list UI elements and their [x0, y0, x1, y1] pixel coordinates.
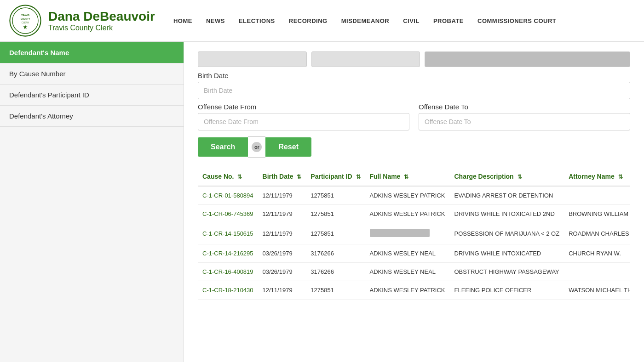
offense-to-label: Offense Date To [419, 103, 630, 111]
sidebar-item-defendants-name[interactable]: Defendant's Name [0, 42, 184, 63]
nav-news[interactable]: NEWS [206, 17, 225, 24]
nav-home[interactable]: HOME [173, 17, 192, 24]
birth-date-input[interactable] [198, 82, 630, 99]
results-table-wrapper: Cause No. ⇅ Birth Date ⇅ Participant ID … [198, 167, 630, 300]
cause-no-link[interactable]: C-1-CR-14-216295 [202, 250, 253, 257]
sidebar-item-cause-number[interactable]: By Cause Number [0, 63, 184, 85]
cell-participant-id: 3176266 [306, 244, 365, 263]
offense-date-row: Offense Date From Offense Date To [198, 103, 630, 130]
cell-birth-date: 12/11/1979 [258, 186, 306, 205]
cause-no-link[interactable]: C-1-CR-14-150615 [202, 230, 253, 237]
nav-misdemeanor[interactable]: MISDEMEANOR [341, 17, 389, 24]
top-input-3[interactable] [425, 51, 630, 67]
cell-attorney-name: BROWNING WILLIAM JACK [564, 205, 630, 223]
svg-text:CLERK: CLERK [22, 22, 29, 24]
offense-from-label: Offense Date From [198, 103, 409, 111]
table-row: C-1-CR-14-15061512/11/19791275851POSSESS… [198, 223, 630, 244]
cell-birth-date: 03/26/1979 [258, 244, 306, 263]
nav-recording[interactable]: RECORDING [289, 17, 328, 24]
reset-button[interactable]: Reset [265, 137, 311, 157]
cell-attorney-name: WATSON MICHAEL THOMAS [564, 281, 630, 300]
search-reset-row: Search or Reset [198, 136, 630, 158]
site-title: Dana DeBeauvoir Travis County Clerk [48, 9, 155, 32]
nav-elections[interactable]: ELECTIONS [239, 17, 275, 24]
results-table: Cause No. ⇅ Birth Date ⇅ Participant ID … [198, 167, 630, 300]
search-button[interactable]: Search [198, 137, 248, 157]
cell-birth-date: 03/26/1979 [258, 263, 306, 281]
nav-commissioners[interactable]: COMMISSIONERS COURT [477, 17, 556, 24]
cell-full-name [365, 223, 450, 244]
col-participant-id[interactable]: Participant ID ⇅ [306, 167, 365, 186]
cell-cause-no: C-1-CR-14-150615 [198, 223, 258, 244]
svg-point-0 [10, 5, 40, 36]
cell-participant-id: 1275851 [306, 223, 365, 244]
table-row: C-1-CR-14-21629503/26/19793176266ADKINS … [198, 244, 630, 263]
cell-cause-no: C-1-CR-14-216295 [198, 244, 258, 263]
redacted-bar [370, 229, 430, 237]
cell-attorney-name [564, 263, 630, 281]
sort-icon-charge: ⇅ [518, 174, 522, 180]
cell-charge-desc: POSSESSION OF MARIJUANA < 2 OZ [450, 223, 564, 244]
col-cause-no[interactable]: Cause No. ⇅ [198, 167, 258, 186]
cell-charge-desc: EVADING ARREST OR DETENTION [450, 186, 564, 205]
cause-no-link[interactable]: C-1-CR-16-400819 [202, 268, 253, 275]
offense-from-group: Offense Date From [198, 103, 409, 130]
sidebar-item-defendants-attorney[interactable]: Defendant's Attorney [0, 106, 184, 127]
cell-attorney-name: ROADMAN CHARLES HARVEY [564, 223, 630, 244]
page-header: TRAVIS COUNTY CLERK Dana DeBeauvoir Trav… [0, 0, 644, 42]
table-row: C-1-CR-06-74536912/11/19791275851ADKINS … [198, 205, 630, 223]
offense-from-input[interactable] [198, 113, 409, 130]
cause-no-link[interactable]: C-1-CR-06-745369 [202, 210, 253, 217]
cell-birth-date: 12/11/1979 [258, 205, 306, 223]
sort-icon-attorney: ⇅ [618, 174, 623, 180]
cell-charge-desc: DRIVING WHILE INTOXICATED [450, 244, 564, 263]
offense-to-group: Offense Date To [419, 103, 630, 130]
cause-no-link[interactable]: C-1-CR-18-210430 [202, 287, 253, 294]
sidebar-item-participant-id[interactable]: Defendant's Participant ID [0, 85, 184, 106]
site-name: Dana DeBeauvoir [48, 9, 155, 24]
or-separator: or [248, 136, 265, 158]
county-seal-icon: TRAVIS COUNTY CLERK [9, 5, 41, 37]
cell-cause-no: C-1-CR-01-580894 [198, 186, 258, 205]
offense-to-input[interactable] [419, 113, 630, 130]
nav-civil[interactable]: CIVIL [403, 17, 420, 24]
cause-no-link[interactable]: C-1-CR-01-580894 [202, 192, 253, 199]
sidebar: Defendant's Name By Cause Number Defenda… [0, 42, 184, 362]
svg-text:COUNTY: COUNTY [21, 18, 30, 20]
col-charge-desc[interactable]: Charge Description ⇅ [450, 167, 564, 186]
main-nav: HOME NEWS ELECTIONS RECORDING MISDEMEANO… [173, 17, 556, 24]
top-input-1[interactable] [198, 51, 307, 67]
cell-charge-desc: DRIVING WHILE INTOXICATED 2ND [450, 205, 564, 223]
nav-probate[interactable]: PROBATE [433, 17, 464, 24]
table-row: C-1-CR-16-40081903/26/19793176266ADKINS … [198, 263, 630, 281]
birth-date-label: Birth Date [198, 72, 630, 79]
col-full-name[interactable]: Full Name ⇅ [365, 167, 450, 186]
cell-birth-date: 12/11/1979 [258, 281, 306, 300]
table-row: C-1-CR-18-21043012/11/19791275851ADKINS … [198, 281, 630, 300]
cell-participant-id: 1275851 [306, 281, 365, 300]
cell-full-name: ADKINS WESLEY PATRICK [365, 281, 450, 300]
col-birth-date[interactable]: Birth Date ⇅ [258, 167, 306, 186]
cell-charge-desc: OBSTRUCT HIGHWAY PASSAGEWAY [450, 263, 564, 281]
cell-birth-date: 12/11/1979 [258, 223, 306, 244]
cell-full-name: ADKINS WESLEY PATRICK [365, 205, 450, 223]
cell-cause-no: C-1-CR-06-745369 [198, 205, 258, 223]
sort-icon-cause: ⇅ [237, 174, 242, 180]
table-body: C-1-CR-01-58089412/11/19791275851ADKINS … [198, 186, 630, 300]
cell-full-name: ADKINS WESLEY PATRICK [365, 186, 450, 205]
page-layout: Defendant's Name By Cause Number Defenda… [0, 42, 644, 362]
sort-icon-participant: ⇅ [356, 174, 361, 180]
cell-participant-id: 3176266 [306, 263, 365, 281]
cell-attorney-name: CHURCH RYAN W. [564, 244, 630, 263]
site-subtitle: Travis County Clerk [48, 24, 155, 32]
top-input-2[interactable] [311, 51, 420, 67]
cell-cause-no: C-1-CR-16-400819 [198, 263, 258, 281]
cell-full-name: ADKINS WESLEY NEAL [365, 244, 450, 263]
sort-icon-birth: ⇅ [297, 174, 301, 180]
sort-icon-name: ⇅ [404, 174, 408, 180]
cell-full-name: ADKINS WESLEY NEAL [365, 263, 450, 281]
col-attorney-name[interactable]: Attorney Name ⇅ [564, 167, 630, 186]
cell-participant-id: 1275851 [306, 186, 365, 205]
or-circle: or [252, 142, 262, 152]
top-input-row [198, 51, 630, 67]
